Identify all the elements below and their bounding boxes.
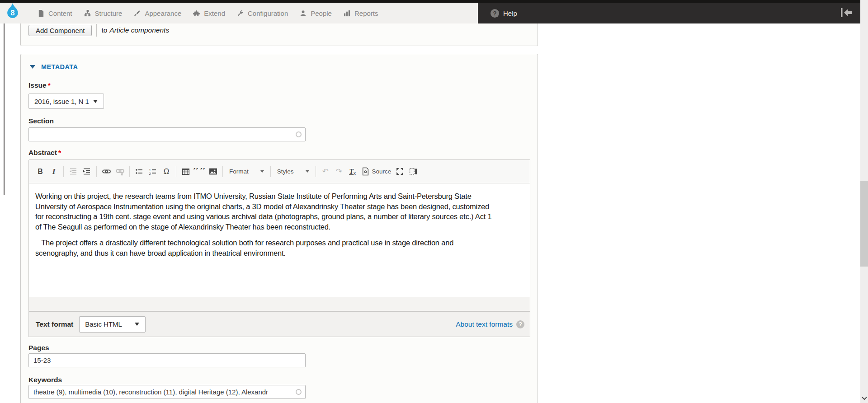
abstract-paragraph: Working on this project, the research te…: [35, 191, 492, 232]
collapse-arrow-icon: [30, 65, 35, 69]
source-icon: [361, 167, 370, 176]
show-blocks-icon: [409, 167, 418, 176]
toolbar-item-appearance[interactable]: Appearance: [128, 3, 187, 23]
editor-toolbar: B I 12 Ω: [29, 160, 530, 183]
italic-button[interactable]: I: [48, 166, 60, 178]
numbered-list-button[interactable]: 12: [147, 166, 159, 178]
toolbar-item-label: Extend: [204, 9, 225, 17]
outdent-button[interactable]: [67, 166, 79, 178]
toolbar-separator: [176, 166, 176, 177]
section-label: Section: [28, 117, 54, 125]
scrollbar-down-arrow-icon[interactable]: [862, 397, 867, 400]
toolbar-item-reports[interactable]: Reports: [338, 3, 384, 23]
help-icon: ?: [491, 9, 499, 18]
maximize-button[interactable]: [394, 166, 406, 178]
admin-toolbar: Content Structure Appearance Extend Conf…: [0, 0, 868, 23]
indent-button[interactable]: [81, 166, 93, 178]
image-button[interactable]: [207, 166, 219, 178]
editor-bottom-bar: [29, 297, 530, 311]
abstract-editor: B I 12 Ω: [28, 159, 530, 311]
add-component-target-text: to Article components: [96, 24, 169, 37]
text-format-select[interactable]: Basic HTML: [79, 316, 146, 333]
components-field-name: Article components: [109, 26, 169, 34]
people-icon: [300, 10, 307, 17]
remove-format-icon: T: [349, 168, 354, 176]
extend-icon: [193, 10, 200, 17]
about-text-formats-link[interactable]: About text formats: [456, 320, 513, 328]
toolbar-separator: [129, 166, 130, 177]
styles-dropdown[interactable]: Styles: [274, 166, 313, 178]
metadata-summary-toggle[interactable]: METADATA: [30, 63, 78, 70]
keywords-input[interactable]: [28, 385, 306, 399]
keywords-label: Keywords: [28, 376, 62, 384]
metadata-fieldset: METADATA Issue* 2016, issue 1, N 1 Secti…: [20, 54, 538, 403]
undo-button[interactable]: ↶: [320, 166, 331, 178]
svg-text:8: 8: [11, 9, 15, 17]
link-button[interactable]: [100, 166, 112, 178]
styles-dropdown-value: Styles: [277, 168, 294, 175]
vertical-scrollbar[interactable]: [860, 0, 868, 403]
toolbar-item-people[interactable]: People: [294, 3, 338, 23]
reports-icon: [344, 10, 350, 17]
toolbar-collapse-icon[interactable]: [840, 8, 853, 18]
pages-input[interactable]: [28, 353, 306, 367]
show-blocks-button[interactable]: [407, 166, 419, 178]
scrollbar-thumb[interactable]: [860, 181, 868, 267]
toolbar-item-configuration[interactable]: Configuration: [231, 3, 294, 23]
drupal-logo[interactable]: 8: [4, 2, 21, 19]
table-button[interactable]: [180, 166, 192, 178]
toolbar-separator: [222, 166, 223, 177]
issue-select-value: 2016, issue 1, N 1: [29, 98, 93, 105]
toolbar-item-label: Help: [503, 9, 517, 17]
chevron-down-icon: [93, 100, 98, 103]
issue-label: Issue*: [28, 81, 51, 89]
source-button[interactable]: Source: [361, 167, 392, 176]
appearance-icon: [134, 10, 141, 17]
configuration-icon: [237, 10, 244, 17]
blockquote-button[interactable]: ””: [193, 168, 205, 175]
admin-menu: Content Structure Appearance Extend Conf…: [32, 3, 384, 23]
table-icon: [182, 168, 190, 176]
unlink-icon: [116, 167, 124, 176]
remove-format-button[interactable]: Tx: [347, 166, 359, 178]
toolbar-separator: [270, 166, 271, 177]
autocomplete-throbber-icon: [296, 389, 302, 395]
indent-icon: [83, 168, 91, 176]
toolbar-separator: [63, 166, 64, 177]
numbered-list-icon: 12: [149, 168, 157, 176]
toolbar-item-label: Configuration: [248, 9, 288, 17]
source-button-label: Source: [372, 168, 392, 175]
toolbar-tray: Content Structure Appearance Extend Conf…: [0, 3, 478, 23]
section-input[interactable]: [28, 127, 306, 141]
format-dropdown[interactable]: Format: [226, 166, 268, 178]
content-icon: [38, 10, 44, 17]
required-marker: *: [58, 149, 61, 156]
abstract-editable-area[interactable]: Working on this project, the research te…: [29, 183, 530, 297]
toolbar-item-label: Structure: [95, 9, 123, 17]
text-format-row: Text format Basic HTML About text format…: [28, 311, 530, 337]
image-icon: [209, 167, 217, 176]
toolbar-item-extend[interactable]: Extend: [187, 3, 231, 23]
bulleted-list-icon: [135, 168, 143, 176]
toolbar-item-content[interactable]: Content: [32, 3, 78, 23]
pages-label: Pages: [28, 344, 49, 352]
chevron-down-icon: [135, 323, 139, 326]
link-icon: [102, 167, 111, 176]
svg-text:2: 2: [149, 172, 151, 176]
issue-select[interactable]: 2016, issue 1, N 1: [28, 94, 104, 109]
bulleted-list-button[interactable]: [133, 166, 145, 178]
abstract-paragraph: The project offers a drastically differe…: [35, 238, 492, 258]
toolbar-item-structure[interactable]: Structure: [78, 3, 128, 23]
text-format-select-value: Basic HTML: [80, 320, 135, 328]
help-question-icon[interactable]: ?: [516, 320, 524, 328]
toolbar-separator: [96, 166, 97, 177]
abstract-label: Abstract*: [28, 149, 61, 157]
toolbar-item-help[interactable]: ? Help: [491, 3, 517, 23]
format-dropdown-value: Format: [229, 168, 249, 175]
special-character-button[interactable]: Ω: [160, 166, 172, 178]
redo-button[interactable]: ↷: [333, 166, 345, 178]
unlink-button[interactable]: [114, 166, 126, 178]
toolbar-item-label: Content: [48, 9, 72, 17]
bold-button[interactable]: B: [34, 166, 46, 178]
add-component-button[interactable]: Add Component: [28, 25, 92, 36]
